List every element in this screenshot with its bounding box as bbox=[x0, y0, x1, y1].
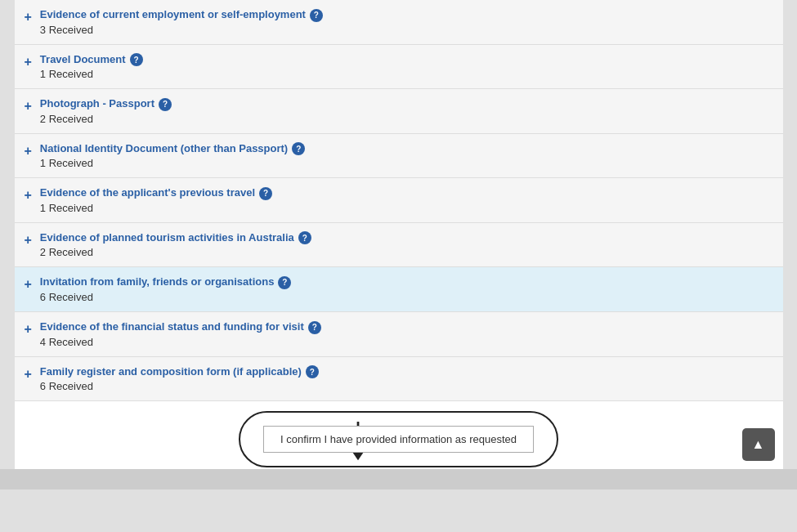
expand-button-planned-tourism[interactable]: + bbox=[25, 233, 32, 248]
help-icon-planned-tourism[interactable]: ? bbox=[298, 231, 311, 244]
doc-count-photograph-passport: 2 Received bbox=[40, 113, 773, 125]
bottom-bar bbox=[0, 469, 797, 490]
help-icon-employment[interactable]: ? bbox=[310, 9, 323, 22]
doc-count-national-identity: 1 Received bbox=[40, 157, 773, 169]
doc-count-family-register: 6 Received bbox=[40, 380, 773, 392]
expand-button-family-register[interactable]: + bbox=[25, 367, 32, 382]
doc-content-previous-travel: Evidence of the applicant's previous tra… bbox=[40, 186, 773, 214]
doc-title-previous-travel: Evidence of the applicant's previous tra… bbox=[40, 186, 255, 199]
doc-count-employment: 3 Received bbox=[40, 24, 773, 36]
doc-count-planned-tourism: 2 Received bbox=[40, 246, 773, 258]
doc-count-travel-document: 1 Received bbox=[40, 68, 773, 80]
expand-button-financial-status[interactable]: + bbox=[25, 322, 32, 337]
doc-content-travel-document: Travel Document? 1 Received bbox=[40, 53, 773, 81]
expand-button-photograph-passport[interactable]: + bbox=[25, 99, 32, 114]
doc-title-photograph-passport: Photograph - Passport bbox=[40, 97, 154, 110]
expand-button-previous-travel[interactable]: + bbox=[25, 188, 32, 203]
scroll-top-button[interactable] bbox=[742, 428, 775, 461]
doc-title-financial-status: Evidence of the financial status and fun… bbox=[40, 320, 304, 333]
doc-count-previous-travel: 1 Received bbox=[40, 202, 773, 214]
document-row-planned-tourism: + Evidence of planned tourism activities… bbox=[15, 223, 783, 268]
document-row-financial-status: + Evidence of the financial status and f… bbox=[15, 312, 783, 357]
help-icon-previous-travel[interactable]: ? bbox=[259, 187, 272, 200]
doc-content-invitation: Invitation from family, friends or organ… bbox=[40, 275, 773, 303]
document-row-photograph-passport: + Photograph - Passport? 2 Received bbox=[15, 89, 783, 134]
expand-button-employment[interactable]: + bbox=[25, 10, 32, 25]
expand-button-national-identity[interactable]: + bbox=[25, 144, 32, 159]
rows-container: + Evidence of current employment or self… bbox=[15, 0, 783, 401]
doc-content-financial-status: Evidence of the financial status and fun… bbox=[40, 320, 773, 348]
expand-button-travel-document[interactable]: + bbox=[25, 55, 32, 69]
confirm-button[interactable]: I confirm I have provided information as… bbox=[263, 426, 534, 453]
doc-count-financial-status: 4 Received bbox=[40, 336, 773, 348]
doc-title-family-register: Family register and composition form (if… bbox=[40, 365, 302, 378]
help-icon-financial-status[interactable]: ? bbox=[308, 321, 321, 334]
document-row-travel-document: + Travel Document? 1 Received bbox=[15, 45, 783, 90]
document-row-family-register: + Family register and composition form (… bbox=[15, 357, 783, 402]
document-row-national-identity: + National Identity Document (other than… bbox=[15, 134, 783, 179]
main-container: + Evidence of current employment or self… bbox=[15, 0, 783, 469]
doc-title-invitation: Invitation from family, friends or organ… bbox=[40, 275, 275, 288]
doc-content-planned-tourism: Evidence of planned tourism activities i… bbox=[40, 231, 773, 259]
document-row-previous-travel: + Evidence of the applicant's previous t… bbox=[15, 178, 783, 223]
help-icon-travel-document[interactable]: ? bbox=[130, 53, 143, 66]
doc-title-travel-document: Travel Document bbox=[40, 53, 126, 65]
confirm-section: I confirm I have provided information as… bbox=[15, 401, 783, 469]
doc-content-photograph-passport: Photograph - Passport? 2 Received bbox=[40, 97, 773, 125]
doc-content-family-register: Family register and composition form (if… bbox=[40, 365, 773, 393]
doc-content-employment: Evidence of current employment or self-e… bbox=[40, 8, 773, 36]
doc-title-employment: Evidence of current employment or self-e… bbox=[40, 8, 306, 20]
expand-button-invitation[interactable]: + bbox=[25, 277, 32, 292]
doc-title-national-identity: National Identity Document (other than P… bbox=[40, 142, 288, 154]
confirm-oval: I confirm I have provided information as… bbox=[263, 426, 534, 453]
help-icon-invitation[interactable]: ? bbox=[278, 276, 291, 289]
document-row-invitation: + Invitation from family, friends or org… bbox=[15, 267, 783, 312]
help-icon-national-identity[interactable]: ? bbox=[292, 142, 305, 155]
doc-count-invitation: 6 Received bbox=[40, 291, 773, 303]
document-row-employment: + Evidence of current employment or self… bbox=[15, 0, 783, 45]
doc-content-national-identity: National Identity Document (other than P… bbox=[40, 142, 773, 170]
help-icon-photograph-passport[interactable]: ? bbox=[159, 98, 172, 111]
help-icon-family-register[interactable]: ? bbox=[306, 365, 319, 378]
doc-title-planned-tourism: Evidence of planned tourism activities i… bbox=[40, 231, 294, 244]
